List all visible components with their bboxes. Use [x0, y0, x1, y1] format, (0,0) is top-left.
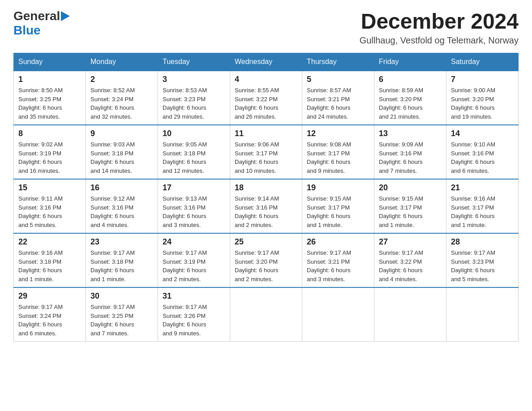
- day-number: 17: [163, 183, 225, 193]
- day-info: Sunrise: 9:16 AMSunset: 3:17 PMDaylight:…: [451, 194, 514, 229]
- day-number: 15: [18, 183, 81, 193]
- day-number: 28: [451, 237, 514, 247]
- day-number: 16: [90, 183, 153, 193]
- day-number: 13: [379, 129, 442, 138]
- day-info: Sunrise: 9:16 AMSunset: 3:18 PMDaylight:…: [18, 248, 81, 283]
- calendar-header-row: SundayMondayTuesdayWednesdayThursdayFrid…: [14, 53, 519, 71]
- day-number: 22: [18, 237, 81, 247]
- day-number: 6: [379, 75, 442, 84]
- logo-blue: Blue: [13, 23, 41, 37]
- day-info: Sunrise: 9:17 AMSunset: 3:22 PMDaylight:…: [379, 248, 442, 283]
- logo-general: General: [13, 9, 60, 23]
- day-number: 26: [307, 237, 369, 247]
- day-number: 27: [379, 237, 442, 247]
- day-info: Sunrise: 8:55 AMSunset: 3:22 PMDaylight:…: [235, 86, 297, 121]
- calendar-cell: [302, 287, 374, 342]
- day-number: 2: [90, 75, 153, 84]
- calendar-cell: 2Sunrise: 8:52 AMSunset: 3:24 PMDaylight…: [86, 71, 158, 125]
- day-info: Sunrise: 9:06 AMSunset: 3:17 PMDaylight:…: [235, 140, 297, 175]
- calendar-header-sunday: Sunday: [14, 53, 86, 71]
- calendar-cell: 11Sunrise: 9:06 AMSunset: 3:17 PMDayligh…: [230, 125, 302, 179]
- day-number: 18: [235, 183, 297, 193]
- day-number: 7: [451, 75, 514, 84]
- day-info: Sunrise: 9:17 AMSunset: 3:21 PMDaylight:…: [307, 248, 369, 283]
- day-info: Sunrise: 8:53 AMSunset: 3:23 PMDaylight:…: [163, 86, 225, 121]
- calendar-cell: 24Sunrise: 9:17 AMSunset: 3:19 PMDayligh…: [158, 233, 230, 287]
- day-info: Sunrise: 9:09 AMSunset: 3:16 PMDaylight:…: [379, 140, 442, 175]
- calendar-cell: 9Sunrise: 9:03 AMSunset: 3:18 PMDaylight…: [86, 125, 158, 179]
- day-number: 23: [90, 237, 153, 247]
- day-number: 4: [235, 75, 297, 84]
- day-info: Sunrise: 9:05 AMSunset: 3:18 PMDaylight:…: [163, 140, 225, 175]
- calendar-cell: 8Sunrise: 9:02 AMSunset: 3:19 PMDaylight…: [14, 125, 86, 179]
- calendar-cell: 22Sunrise: 9:16 AMSunset: 3:18 PMDayligh…: [14, 233, 86, 287]
- day-info: Sunrise: 9:11 AMSunset: 3:16 PMDaylight:…: [18, 194, 81, 229]
- day-info: Sunrise: 9:00 AMSunset: 3:20 PMDaylight:…: [451, 86, 514, 121]
- day-number: 12: [307, 129, 369, 138]
- calendar-cell: 5Sunrise: 8:57 AMSunset: 3:21 PMDaylight…: [302, 71, 374, 125]
- calendar-week-2: 8Sunrise: 9:02 AMSunset: 3:19 PMDaylight…: [14, 125, 519, 179]
- day-number: 1: [18, 75, 81, 84]
- day-info: Sunrise: 9:15 AMSunset: 3:17 PMDaylight:…: [379, 194, 442, 229]
- day-info: Sunrise: 9:13 AMSunset: 3:16 PMDaylight:…: [163, 194, 225, 229]
- calendar-cell: 12Sunrise: 9:08 AMSunset: 3:17 PMDayligh…: [302, 125, 374, 179]
- calendar-cell: 13Sunrise: 9:09 AMSunset: 3:16 PMDayligh…: [374, 125, 446, 179]
- calendar-week-5: 29Sunrise: 9:17 AMSunset: 3:24 PMDayligh…: [14, 287, 519, 342]
- day-info: Sunrise: 9:08 AMSunset: 3:17 PMDaylight:…: [307, 140, 369, 175]
- day-number: 9: [90, 129, 153, 138]
- day-info: Sunrise: 9:17 AMSunset: 3:19 PMDaylight:…: [163, 248, 225, 283]
- day-info: Sunrise: 9:17 AMSunset: 3:23 PMDaylight:…: [451, 248, 514, 283]
- calendar-cell: 17Sunrise: 9:13 AMSunset: 3:16 PMDayligh…: [158, 179, 230, 233]
- day-number: 25: [235, 237, 297, 247]
- day-number: 21: [451, 183, 514, 193]
- calendar-cell: 31Sunrise: 9:17 AMSunset: 3:26 PMDayligh…: [158, 287, 230, 342]
- page-header: General Blue December 2024 Gullhaug, Ves…: [13, 9, 519, 46]
- calendar-header-monday: Monday: [86, 53, 158, 71]
- calendar-week-4: 22Sunrise: 9:16 AMSunset: 3:18 PMDayligh…: [14, 233, 519, 287]
- day-number: 10: [163, 129, 225, 138]
- calendar-cell: 19Sunrise: 9:15 AMSunset: 3:17 PMDayligh…: [302, 179, 374, 233]
- calendar-header-saturday: Saturday: [446, 53, 519, 71]
- day-number: 5: [307, 75, 369, 84]
- calendar-cell: 14Sunrise: 9:10 AMSunset: 3:16 PMDayligh…: [446, 125, 519, 179]
- day-info: Sunrise: 8:50 AMSunset: 3:25 PMDaylight:…: [18, 86, 81, 121]
- calendar-header-friday: Friday: [374, 53, 446, 71]
- day-number: 24: [163, 237, 225, 247]
- calendar-cell: 4Sunrise: 8:55 AMSunset: 3:22 PMDaylight…: [230, 71, 302, 125]
- day-number: 14: [451, 129, 514, 138]
- day-info: Sunrise: 9:17 AMSunset: 3:25 PMDaylight:…: [90, 303, 153, 338]
- day-number: 11: [235, 129, 297, 138]
- calendar-table: SundayMondayTuesdayWednesdayThursdayFrid…: [13, 53, 519, 342]
- day-info: Sunrise: 8:57 AMSunset: 3:21 PMDaylight:…: [307, 86, 369, 121]
- calendar-cell: 10Sunrise: 9:05 AMSunset: 3:18 PMDayligh…: [158, 125, 230, 179]
- calendar-cell: 26Sunrise: 9:17 AMSunset: 3:21 PMDayligh…: [302, 233, 374, 287]
- day-info: Sunrise: 9:17 AMSunset: 3:18 PMDaylight:…: [90, 248, 153, 283]
- day-info: Sunrise: 9:12 AMSunset: 3:16 PMDaylight:…: [90, 194, 153, 229]
- calendar-cell: 27Sunrise: 9:17 AMSunset: 3:22 PMDayligh…: [374, 233, 446, 287]
- day-number: 30: [90, 291, 153, 301]
- calendar-week-1: 1Sunrise: 8:50 AMSunset: 3:25 PMDaylight…: [14, 71, 519, 125]
- calendar-cell: 25Sunrise: 9:17 AMSunset: 3:20 PMDayligh…: [230, 233, 302, 287]
- day-info: Sunrise: 9:15 AMSunset: 3:17 PMDaylight:…: [307, 194, 369, 229]
- calendar-cell: [446, 287, 519, 342]
- calendar-header-wednesday: Wednesday: [230, 53, 302, 71]
- day-info: Sunrise: 8:59 AMSunset: 3:20 PMDaylight:…: [379, 86, 442, 121]
- calendar-cell: 20Sunrise: 9:15 AMSunset: 3:17 PMDayligh…: [374, 179, 446, 233]
- calendar-cell: 1Sunrise: 8:50 AMSunset: 3:25 PMDaylight…: [14, 71, 86, 125]
- calendar-cell: 6Sunrise: 8:59 AMSunset: 3:20 PMDaylight…: [374, 71, 446, 125]
- calendar-cell: 30Sunrise: 9:17 AMSunset: 3:25 PMDayligh…: [86, 287, 158, 342]
- day-number: 20: [379, 183, 442, 193]
- day-info: Sunrise: 9:17 AMSunset: 3:24 PMDaylight:…: [18, 303, 81, 338]
- calendar-cell: 28Sunrise: 9:17 AMSunset: 3:23 PMDayligh…: [446, 233, 519, 287]
- calendar-cell: 7Sunrise: 9:00 AMSunset: 3:20 PMDaylight…: [446, 71, 519, 125]
- calendar-header-thursday: Thursday: [302, 53, 374, 71]
- calendar-cell: 23Sunrise: 9:17 AMSunset: 3:18 PMDayligh…: [86, 233, 158, 287]
- calendar-cell: 29Sunrise: 9:17 AMSunset: 3:24 PMDayligh…: [14, 287, 86, 342]
- calendar-cell: 21Sunrise: 9:16 AMSunset: 3:17 PMDayligh…: [446, 179, 519, 233]
- title-section: December 2024 Gullhaug, Vestfold og Tele…: [360, 9, 519, 46]
- calendar-cell: 16Sunrise: 9:12 AMSunset: 3:16 PMDayligh…: [86, 179, 158, 233]
- calendar-cell: [230, 287, 302, 342]
- day-info: Sunrise: 8:52 AMSunset: 3:24 PMDaylight:…: [90, 86, 153, 121]
- calendar-cell: 3Sunrise: 8:53 AMSunset: 3:23 PMDaylight…: [158, 71, 230, 125]
- calendar-cell: [374, 287, 446, 342]
